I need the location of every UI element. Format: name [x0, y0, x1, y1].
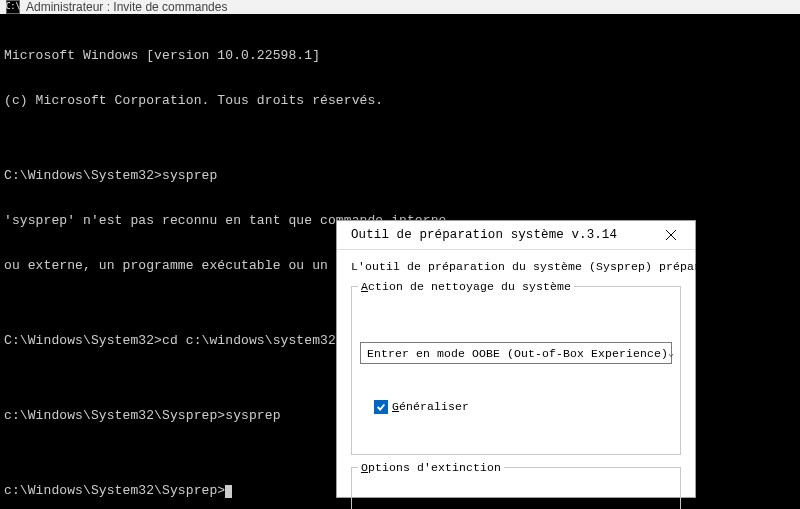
cleanup-action-combo[interactable]: Entrer en mode OOBE (Out-of-Box Experien…	[360, 342, 672, 364]
generalize-row: Généraliser	[374, 399, 672, 414]
cleanup-action-value: Entrer en mode OOBE (Out-of-Box Experien…	[367, 346, 668, 361]
command-prompt-window: C:\ Administrateur : Invite de commandes…	[0, 0, 800, 509]
dialog-title: Outil de préparation système v.3.14	[351, 228, 653, 243]
cleanup-legend: Action de nettoyage du système	[358, 279, 574, 294]
sysprep-dialog: Outil de préparation système v.3.14 L'ou…	[336, 220, 696, 498]
cmd-titlebar: C:\ Administrateur : Invite de commandes	[0, 0, 800, 14]
dialog-titlebar[interactable]: Outil de préparation système v.3.14	[337, 221, 695, 250]
generalize-label[interactable]: Généraliser	[392, 399, 469, 414]
chevron-down-icon: ⌄	[668, 346, 674, 361]
cmd-title: Administrateur : Invite de commandes	[26, 0, 227, 14]
close-icon	[665, 229, 677, 241]
dialog-description: L'outil de préparation du système (Syspr…	[351, 260, 681, 274]
cursor	[225, 485, 232, 498]
terminal-line: Microsoft Windows [version 10.0.22598.1]	[4, 48, 796, 63]
terminal-output[interactable]: Microsoft Windows [version 10.0.22598.1]…	[0, 14, 800, 509]
terminal-line: (c) Microsoft Corporation. Tous droits r…	[4, 93, 796, 108]
shutdown-legend: Options d'extinction	[358, 460, 504, 475]
check-icon	[376, 402, 386, 412]
cleanup-fieldset: Action de nettoyage du système Entrer en…	[351, 286, 681, 455]
close-button[interactable]	[653, 221, 689, 249]
generalize-checkbox[interactable]	[374, 400, 388, 414]
dialog-body: L'outil de préparation du système (Syspr…	[337, 250, 695, 509]
shutdown-fieldset: Options d'extinction Redémarrer ⌄	[351, 467, 681, 509]
cmd-icon: C:\	[6, 0, 20, 14]
terminal-line: C:\Windows\System32>sysprep	[4, 168, 796, 183]
